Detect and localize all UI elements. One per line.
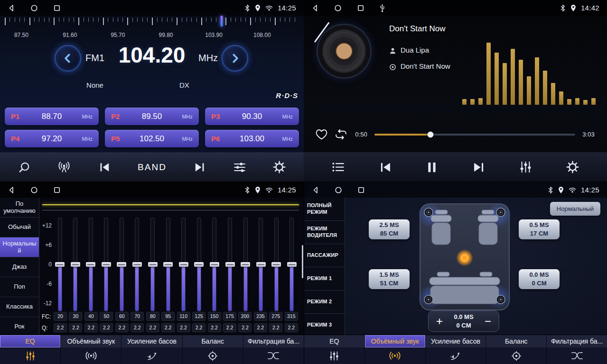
eq-band-slider[interactable] [100,218,112,310]
mixer-sliders-icon[interactable] [517,159,534,175]
previous-track-button[interactable] [377,159,394,175]
eq-band-slider[interactable] [208,218,221,310]
settings-gear-icon[interactable] [564,159,581,175]
home-icon[interactable] [30,186,38,194]
eq-slider-handle[interactable] [241,262,250,267]
eq-band-slider[interactable] [286,218,298,310]
tab-eq[interactable]: EQ [304,335,365,364]
home-icon[interactable] [335,186,342,194]
favorite-heart-button[interactable] [315,128,328,140]
band-button[interactable]: BAND [136,161,168,173]
eq-slider-track[interactable] [274,218,279,311]
preset-button-2[interactable]: P289.50MHz [105,108,199,125]
previous-station-button[interactable] [96,160,112,175]
eq-slider-handle[interactable] [55,262,65,267]
eq-slider-track[interactable] [243,218,248,311]
back-icon[interactable] [8,186,15,194]
next-station-button[interactable] [192,160,208,175]
tab-bass-boost[interactable]: Усиление басов [426,335,486,364]
eq-scrollbar[interactable] [302,245,303,278]
recents-icon[interactable] [357,186,365,194]
preset-button-3[interactable]: P390.30MHz [205,108,299,125]
scan-button[interactable] [16,159,32,175]
eq-slider-handle[interactable] [148,262,158,267]
next-track-button[interactable] [470,159,487,175]
eq-slider-track[interactable] [58,218,62,311]
eq-band-slider[interactable] [239,218,252,310]
eq-slider-track[interactable] [104,218,108,311]
delay-front-left-button[interactable]: 2.5 MS85 CM [369,219,410,239]
eq-band-slider[interactable] [162,218,174,310]
delay-decrease-button[interactable]: − [481,316,495,327]
preset-button-5[interactable]: P5102.50MHz [105,130,199,147]
eq-slider-handle[interactable] [271,262,281,267]
mode-full[interactable]: ПОЛНЫЙ РЕЖИМ [304,198,345,221]
eq-slider-handle[interactable] [163,262,173,267]
eq-slider-handle[interactable] [210,262,219,267]
tab-filter[interactable]: Фильтрация ба... [547,335,607,364]
tab-surround-sound[interactable]: Объёмный звук [365,335,426,364]
tune-up-button[interactable] [222,45,248,72]
delay-increase-button[interactable]: + [432,316,447,327]
eq-band-slider[interactable] [255,218,267,310]
pause-button[interactable] [424,159,440,176]
frequency-scale[interactable]: 87.50 91.60 95.70 99.80 103.90 108.00 [3,16,301,41]
settings-gear-icon[interactable] [271,159,288,175]
eq-slider-handle[interactable] [132,262,142,267]
tab-filter[interactable]: Фильтрация ба... [243,335,304,364]
eq-preset-jazz[interactable]: Джаз [0,257,39,277]
progress-bar[interactable] [374,134,575,136]
playlist-button[interactable] [330,160,346,174]
eq-slider-handle[interactable] [117,262,126,267]
delay-rear-left-button[interactable]: 1.5 MS51 CM [369,269,410,289]
eq-slider-track[interactable] [135,218,139,311]
eq-band-slider[interactable] [115,218,128,310]
eq-slider-track[interactable] [289,218,294,311]
eq-slider-track[interactable] [212,218,216,311]
eq-slider-track[interactable] [73,218,77,311]
eq-slider-handle[interactable] [194,262,204,267]
preset-button-1[interactable]: P188.70MHz [5,108,99,125]
home-icon[interactable] [334,4,342,12]
eq-band-slider[interactable] [147,218,159,310]
tab-balance[interactable]: Баланс [183,335,243,364]
mode-3[interactable]: РЕЖИМ 3 [304,314,345,335]
repeat-button[interactable] [334,129,348,140]
eq-band-slider[interactable] [54,218,66,310]
eq-preset-custom[interactable]: Обычай [0,218,39,237]
preset-button-6[interactable]: P6103.00MHz [205,130,299,147]
back-icon[interactable] [311,4,319,12]
tab-eq[interactable]: EQ [0,335,61,364]
tab-surround-sound[interactable]: Объёмный звук [61,335,121,364]
tab-balance[interactable]: Баланс [486,335,547,364]
eq-slider-track[interactable] [166,218,170,311]
eq-band-slider[interactable] [84,218,97,310]
delay-front-right-button[interactable]: 0.5 MS17 CM [519,219,560,239]
eq-slider-handle[interactable] [225,262,235,267]
mode-2[interactable]: РЕЖИМ 2 [304,291,345,314]
sound-preset-button[interactable]: Нормальный [550,202,600,216]
eq-slider-handle[interactable] [256,262,266,267]
tune-sliders-icon[interactable] [232,160,248,175]
eq-band-slider[interactable] [177,218,190,310]
eq-band-slider[interactable] [193,218,205,310]
mode-driver[interactable]: РЕЖИМ ВОДИТЕЛЯ [304,221,345,244]
eq-preset-rock[interactable]: Рок [0,317,39,335]
eq-slider-track[interactable] [120,218,124,311]
eq-preset-normal[interactable]: Нормальный [0,237,39,257]
eq-band-slider[interactable] [270,218,282,310]
eq-slider-handle[interactable] [86,262,95,267]
eq-band-slider[interactable] [224,218,236,310]
eq-preset-classic[interactable]: Классика [0,297,39,317]
preset-button-4[interactable]: P497.20MHz [5,130,99,147]
eq-slider-track[interactable] [197,218,201,311]
recents-icon[interactable] [53,4,61,12]
broadcast-tower-icon[interactable] [56,159,73,175]
eq-preset-default[interactable]: По умолчанию [0,198,39,218]
tab-bass-boost[interactable]: Усиление басов [121,335,182,364]
mode-1[interactable]: РЕЖИМ 1 [304,267,345,291]
eq-slider-track[interactable] [228,218,232,311]
eq-slider-track[interactable] [150,218,155,311]
eq-preset-pop[interactable]: Поп [0,277,39,297]
eq-slider-track[interactable] [259,218,263,311]
